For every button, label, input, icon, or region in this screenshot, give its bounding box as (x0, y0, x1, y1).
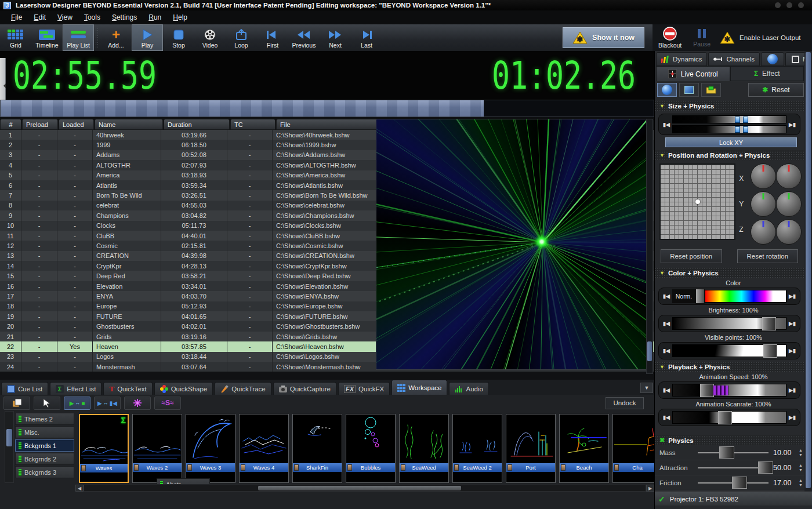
previous-button[interactable]: Previous (288, 24, 320, 51)
size-y-slider[interactable] (672, 125, 786, 133)
slider-track[interactable] (672, 344, 786, 357)
slider-min-arrow[interactable]: ▮◀ (661, 348, 672, 354)
playback-progress-bar[interactable] (0, 100, 654, 117)
slider-max-arrow[interactable]: ▶▮ (786, 293, 798, 299)
size-x-slider[interactable] (672, 115, 786, 123)
scrollbar-thumb[interactable] (6, 429, 12, 446)
slider-max-arrow[interactable]: ▶▮ (786, 387, 798, 393)
tab-cue-list[interactable]: Cue List (1, 382, 48, 395)
play-list-button[interactable]: Play List (63, 24, 94, 51)
page-tab-themes-2[interactable]: Themes 2 (15, 413, 74, 425)
panel-vertical-scrollbar[interactable] (804, 51, 812, 492)
spin-down-icon[interactable]: ▼ (799, 453, 803, 457)
column-header-loaded[interactable]: Loaded (59, 119, 94, 130)
slider-track[interactable] (672, 411, 786, 424)
stop-button[interactable]: Stop (163, 24, 194, 51)
tab-live-control[interactable]: Live Control (656, 66, 730, 81)
column-header-num[interactable]: # (0, 119, 21, 130)
position-knob-z[interactable] (751, 219, 776, 245)
scrollbar-thumb[interactable] (806, 52, 811, 488)
minimize-button[interactable] (775, 2, 781, 8)
reset-button[interactable]: ✱ Reset (748, 83, 804, 97)
pages-tool-button[interactable] (3, 397, 30, 410)
timeline-button[interactable]: Timeline (31, 24, 63, 51)
add--button[interactable]: +Add... (100, 24, 132, 51)
blackout-button[interactable]: Blackout (652, 24, 687, 51)
slider-handle[interactable] (735, 117, 740, 123)
slider-min-arrow[interactable]: ▮◀ (661, 415, 672, 420)
reset-position-button[interactable]: Reset position (661, 249, 722, 263)
tab-channels[interactable]: Channels (708, 52, 760, 66)
section-size-physics[interactable]: ▼ Size + Physics (655, 101, 812, 111)
section-color-physics[interactable]: ▼ Color + Physics (655, 268, 812, 278)
column-header-name[interactable]: Name (95, 119, 163, 130)
first-button[interactable]: First (257, 24, 288, 51)
playstop-tool-button[interactable]: ▶↔■ (64, 397, 90, 410)
value-spinner[interactable]: ▲▼ (799, 478, 803, 487)
animation-scanrate-slider[interactable]: ▮◀ ▶▮ (658, 409, 800, 426)
star-tool-button[interactable] (124, 397, 151, 410)
tab-dynamics[interactable]: Dynamics (656, 52, 707, 66)
physics-slider[interactable] (698, 446, 768, 460)
section-playback-physics[interactable]: ▼ Playback + Physics (655, 362, 812, 372)
menu-file[interactable]: File (6, 12, 27, 23)
position-knob-x[interactable] (751, 163, 776, 189)
slider-min-arrow[interactable]: ▮◀ (661, 321, 672, 326)
visible-points-slider[interactable]: ▮◀ ▶▮ (658, 342, 800, 359)
slider-handle[interactable] (743, 126, 748, 133)
position-dot[interactable] (695, 199, 700, 204)
slider-handle[interactable] (718, 411, 732, 424)
spin-up-icon[interactable]: ▲ (799, 478, 803, 482)
enable-laser-output-button[interactable]: ✱ Enable Laser Output (716, 24, 804, 51)
grid-button[interactable]: Grid (0, 24, 31, 51)
tab-quicktext[interactable]: TQuickText (103, 382, 152, 395)
slider-handle[interactable] (735, 126, 740, 133)
blue-square-button[interactable] (679, 83, 699, 97)
next-button[interactable]: Next (320, 24, 351, 51)
cue-thumbnail-beach[interactable]: Beach (559, 414, 609, 483)
cue-thumbnail-seaweed[interactable]: SeaWeed (399, 414, 449, 483)
scrollbar-thumb[interactable] (647, 341, 652, 361)
tab-effect[interactable]: Σ Effect (730, 66, 804, 81)
column-header-preload[interactable]: Preload (22, 119, 58, 130)
slider-handle[interactable] (700, 384, 714, 397)
menu-view[interactable]: View (52, 12, 78, 23)
maximize-button[interactable] (786, 2, 792, 8)
color-slider[interactable]: ▮◀ Norm. ▶▮ (658, 288, 800, 305)
cue-thumbnail-waves-3[interactable]: Waves 3 (186, 414, 235, 483)
section-physics[interactable]: ✖ Physics (655, 435, 812, 445)
spin-up-icon[interactable]: ▲ (799, 448, 803, 452)
tab-quickfx[interactable]: FXQuickFX (338, 382, 390, 395)
tab-workspace[interactable]: Workspace (392, 380, 447, 395)
tab-audio[interactable]: Audio (449, 382, 488, 395)
cue-thumbnail-sharkfin[interactable]: SharkFin (292, 414, 342, 483)
folder-button[interactable] (701, 83, 721, 97)
menu-tools[interactable]: Tools (79, 12, 106, 23)
cue-thumbnail-cha[interactable]: Cha (612, 414, 654, 483)
reset-rotation-button[interactable]: Reset rotation (737, 249, 799, 263)
s-tool-button[interactable]: ≈S≈ (154, 397, 181, 410)
column-header-tc[interactable]: TC (230, 119, 276, 130)
tab-quickcapture[interactable]: QuickCapture (273, 382, 336, 395)
position-pad[interactable] (659, 163, 735, 240)
menu-edit[interactable]: Edit (28, 12, 51, 23)
animation-speed-slider[interactable]: ▮◀ ▶▮ (658, 381, 800, 399)
page-tab-bckgrnds-2[interactable]: Bckgrnds 2 (15, 453, 74, 465)
section-position-rotation[interactable]: ▼ Position and Rotation + Physics (655, 150, 812, 160)
brightness-slider[interactable]: ▮◀ ▶▮ (658, 315, 800, 332)
slider-max-arrow[interactable]: ▶▮ (786, 321, 798, 326)
slider-track[interactable] (672, 317, 786, 330)
slider-min-arrow[interactable]: ▮◀ (661, 122, 672, 128)
globe-tab-button[interactable] (761, 52, 784, 66)
page-tab-bckgrnds-3[interactable]: Bckgrnds 3 (15, 466, 74, 478)
loop-button[interactable]: Loop (226, 24, 257, 51)
spin-down-icon[interactable]: ▼ (799, 468, 803, 472)
physics-slider[interactable] (698, 461, 768, 475)
menu-help[interactable]: Help (168, 12, 193, 23)
show-it-now-button[interactable]: ✱ Show it now (563, 27, 644, 48)
pause-button[interactable]: Pause (687, 24, 716, 51)
value-spinner[interactable]: ▲▼ (799, 463, 803, 472)
preview-vertical-scrollbar[interactable] (646, 119, 653, 374)
physics-slider[interactable] (698, 476, 768, 490)
tab-effect-list[interactable]: ΣEffect List (50, 382, 102, 395)
